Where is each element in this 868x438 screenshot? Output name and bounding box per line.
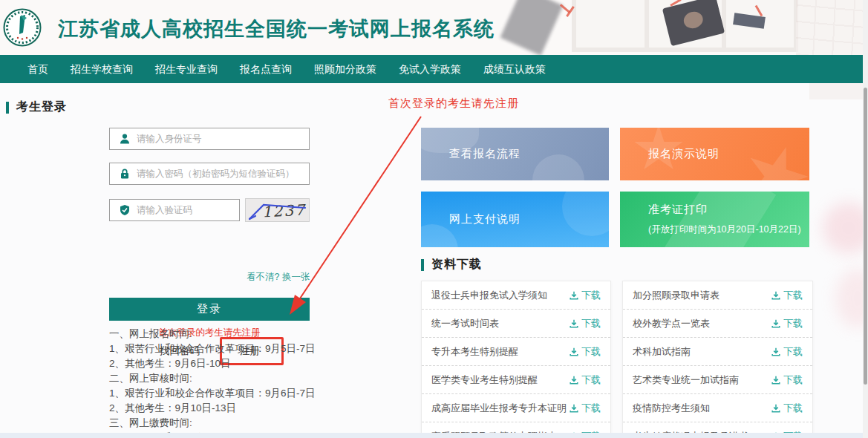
download-link[interactable]: 下载: [569, 373, 601, 387]
download-link[interactable]: 下载: [569, 289, 601, 302]
download-row: 加分照顾录取申请表 下载: [623, 281, 812, 310]
notice-line: 2、其他考生：9月10日-13日: [109, 401, 316, 416]
captcha-scribble: [246, 199, 310, 222]
register-annotation-text: 首次登录的考生请先注册: [388, 97, 519, 111]
download-link[interactable]: 下载: [771, 289, 803, 302]
notice-line: 1、艰苦行业和校企合作改革项目：9月5日-7日: [109, 341, 316, 356]
password-input[interactable]: [137, 169, 309, 179]
download-icon: [771, 318, 781, 329]
id-field-wrap: [109, 128, 310, 150]
card-view-process[interactable]: 查看报名流程: [421, 128, 609, 180]
download-icon: [569, 403, 579, 414]
notice-line: 二、网上审核时间:: [109, 371, 316, 386]
download-row: 医学类专业考生特别提醒 下载: [422, 366, 610, 394]
nav-item-exempt-policy[interactable]: 免试入学政策: [388, 55, 472, 83]
download-link[interactable]: 下载: [569, 402, 601, 415]
nav-item-site-query[interactable]: 报名点查询: [229, 55, 303, 83]
band-decor: [665, 192, 777, 247]
download-link[interactable]: 下载: [771, 317, 803, 330]
download-icon: [771, 347, 781, 357]
scrollbar-track[interactable]: [863, 0, 868, 438]
download-icon: [569, 290, 579, 301]
password-field-wrap: [109, 163, 310, 185]
download-icon: [771, 290, 781, 301]
nav-item-home[interactable]: 首页: [16, 55, 59, 83]
downloads-panel-right: 加分照顾录取申请表 下载 校外教学点一览表 下载 术科加试指南 下载 艺术类专业…: [622, 281, 813, 438]
download-icon: [569, 318, 579, 329]
id-number-input[interactable]: [137, 134, 309, 144]
download-row: 专升本考生特别提醒 下载: [422, 338, 610, 366]
download-link[interactable]: 下载: [771, 402, 803, 415]
download-link[interactable]: 下载: [771, 373, 803, 387]
captcha-field-wrap: [109, 199, 240, 221]
captcha-input[interactable]: [137, 205, 239, 215]
bottom-strip: [0, 433, 868, 438]
downloads-section-title: 资料下载: [421, 257, 482, 272]
download-icon: [771, 375, 781, 385]
download-row: 艺术类专业统一加试指南 下载: [623, 366, 812, 394]
person-icon: [119, 133, 131, 145]
notice-line: 2、其他考生：9月6日-10日: [109, 356, 316, 371]
download-icon: [569, 375, 579, 385]
download-row: 成高应届毕业生报考专升本证明 下载: [422, 394, 610, 422]
captcha-refresh-link[interactable]: 看不清? 换一张: [247, 271, 310, 284]
download-row: 疫情防控考生须知 下载: [623, 394, 812, 422]
page-title: 江苏省成人高校招生全国统一考试网上报名系统: [58, 16, 495, 42]
section-accent-bar: [6, 102, 9, 114]
download-row: 术科加试指南 下载: [623, 338, 812, 366]
download-row: 退役士兵申报免试入学须知 下载: [422, 281, 610, 310]
notice-line: 三、网上缴费时间:: [109, 416, 316, 431]
notice-line: 一、网上报名时间:: [109, 327, 316, 341]
main-content: 考生登录 1237: [0, 83, 868, 438]
captcha-image[interactable]: 1237: [245, 198, 310, 222]
card-demo-instructions[interactable]: 报名演示说明: [620, 128, 809, 180]
download-link[interactable]: 下载: [569, 317, 601, 330]
nav-item-bonus-policy[interactable]: 照顾加分政策: [303, 55, 388, 83]
login-section-title: 考生登录: [6, 99, 67, 115]
blob-decor: [421, 224, 458, 247]
download-link[interactable]: 下载: [771, 345, 803, 359]
site-logo-icon: [2, 7, 42, 48]
card-payment-instructions[interactable]: 网上支付说明: [421, 192, 609, 247]
notice-line: 1、艰苦行业和校企合作改革项目：9月6日-7日: [109, 386, 316, 401]
nav-item-school-query[interactable]: 招生学校查询: [59, 55, 144, 83]
card-print-ticket[interactable]: 准考证打印 (开放打印时间为10月20日-10月22日): [620, 192, 809, 247]
download-row: 统一考试时间表 下载: [422, 310, 610, 338]
lock-icon: [119, 168, 131, 180]
downloads-panel-left: 退役士兵申报免试入学须知 下载 统一考试时间表 下载 专升本考生特别提醒 下载 …: [421, 281, 611, 438]
download-row: 校外教学点一览表 下载: [623, 310, 812, 338]
nav-item-score-policy[interactable]: 成绩互认政策: [472, 55, 557, 83]
login-button[interactable]: 登录: [109, 298, 310, 321]
background-photo-wall: [796, 0, 868, 55]
print-window-note: (开放打印时间为10月20日-10月22日): [648, 223, 809, 236]
flower-blur-decor: [823, 202, 868, 254]
page-header: 江苏省成人高校招生全国统一考试网上报名系统: [0, 0, 868, 55]
schedule-notice-list: 一、网上报名时间: 1、艰苦行业和校企合作改革项目：9月5日-7日 2、其他考生…: [109, 327, 316, 438]
graduation-cap-decor: [500, 0, 564, 55]
background-photo-wall: [809, 83, 863, 99]
shield-check-icon: [119, 204, 131, 216]
download-icon: [771, 403, 781, 414]
scrollbar-thumb[interactable]: [864, 88, 867, 385]
section-accent-bar: [421, 259, 424, 271]
download-icon: [569, 347, 579, 357]
nav-item-major-query[interactable]: 招生专业查询: [144, 55, 229, 83]
main-nav: 首页 招生学校查询 招生专业查询 报名点查询 照顾加分政策 免试入学政策 成绩互…: [0, 55, 868, 83]
download-link[interactable]: 下载: [569, 345, 601, 359]
